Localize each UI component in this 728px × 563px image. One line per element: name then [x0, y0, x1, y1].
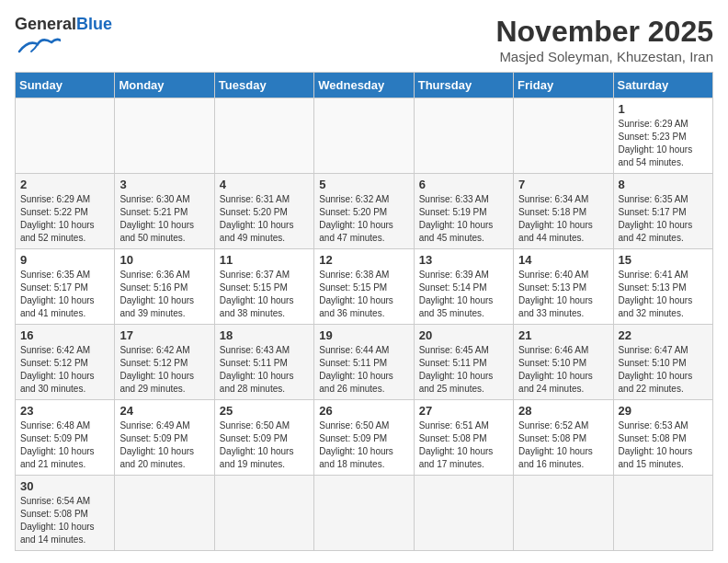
day-info: Sunrise: 6:43 AM Sunset: 5:11 PM Dayligh… — [220, 344, 309, 396]
day-info: Sunrise: 6:29 AM Sunset: 5:22 PM Dayligh… — [20, 193, 109, 245]
calendar-week-row: 16Sunrise: 6:42 AM Sunset: 5:12 PM Dayli… — [16, 325, 713, 400]
day-info: Sunrise: 6:49 AM Sunset: 5:09 PM Dayligh… — [119, 419, 209, 471]
calendar-cell: 27Sunrise: 6:51 AM Sunset: 5:08 PM Dayli… — [414, 400, 513, 476]
day-number: 23 — [20, 404, 109, 418]
calendar-cell: 6Sunrise: 6:33 AM Sunset: 5:19 PM Daylig… — [414, 174, 513, 249]
calendar-cell: 4Sunrise: 6:31 AM Sunset: 5:20 PM Daylig… — [214, 174, 313, 249]
day-info: Sunrise: 6:52 AM Sunset: 5:08 PM Dayligh… — [518, 419, 608, 471]
day-number: 9 — [20, 253, 109, 267]
day-info: Sunrise: 6:51 AM Sunset: 5:08 PM Dayligh… — [419, 419, 508, 471]
logo-blue: Blue — [76, 15, 112, 33]
calendar-cell — [115, 98, 214, 174]
calendar-week-row: 1Sunrise: 6:29 AM Sunset: 5:23 PM Daylig… — [16, 98, 713, 174]
weekday-header-monday: Monday — [115, 73, 214, 98]
calendar-cell: 29Sunrise: 6:53 AM Sunset: 5:08 PM Dayli… — [613, 400, 712, 476]
day-info: Sunrise: 6:39 AM Sunset: 5:14 PM Dayligh… — [419, 269, 508, 320]
title-area: November 2025 Masjed Soleyman, Khuzestan… — [495, 15, 713, 64]
calendar-cell: 7Sunrise: 6:34 AM Sunset: 5:18 PM Daylig… — [514, 174, 613, 249]
weekday-header-thursday: Thursday — [414, 73, 513, 98]
day-number: 10 — [119, 253, 209, 267]
day-info: Sunrise: 6:36 AM Sunset: 5:16 PM Dayligh… — [119, 269, 209, 320]
calendar-cell: 11Sunrise: 6:37 AM Sunset: 5:15 PM Dayli… — [214, 249, 313, 325]
day-number: 21 — [518, 328, 608, 342]
calendar-cell: 1Sunrise: 6:29 AM Sunset: 5:23 PM Daylig… — [613, 98, 712, 174]
day-number: 13 — [419, 253, 508, 267]
calendar-cell: 22Sunrise: 6:47 AM Sunset: 5:10 PM Dayli… — [613, 325, 712, 400]
day-number: 7 — [518, 178, 608, 191]
calendar-cell: 15Sunrise: 6:41 AM Sunset: 5:13 PM Dayli… — [613, 249, 712, 325]
calendar-cell — [314, 98, 414, 174]
day-number: 6 — [419, 178, 508, 191]
day-info: Sunrise: 6:45 AM Sunset: 5:11 PM Dayligh… — [419, 344, 508, 396]
day-number: 17 — [119, 328, 209, 342]
day-number: 11 — [220, 253, 309, 267]
calendar-cell — [613, 476, 712, 551]
day-info: Sunrise: 6:53 AM Sunset: 5:08 PM Dayligh… — [619, 419, 708, 471]
calendar-cell: 18Sunrise: 6:43 AM Sunset: 5:11 PM Dayli… — [214, 325, 313, 400]
calendar-week-row: 23Sunrise: 6:48 AM Sunset: 5:09 PM Dayli… — [16, 400, 713, 476]
day-number: 4 — [220, 178, 309, 191]
calendar-cell: 28Sunrise: 6:52 AM Sunset: 5:08 PM Dayli… — [514, 400, 613, 476]
calendar-cell: 16Sunrise: 6:42 AM Sunset: 5:12 PM Dayli… — [16, 325, 115, 400]
day-info: Sunrise: 6:32 AM Sunset: 5:20 PM Dayligh… — [319, 193, 408, 245]
calendar-cell: 5Sunrise: 6:32 AM Sunset: 5:20 PM Daylig… — [314, 174, 414, 249]
calendar-cell — [514, 98, 613, 174]
calendar-cell: 30Sunrise: 6:54 AM Sunset: 5:08 PM Dayli… — [16, 476, 115, 551]
weekday-header-saturday: Saturday — [613, 73, 712, 98]
day-info: Sunrise: 6:34 AM Sunset: 5:18 PM Dayligh… — [518, 193, 608, 245]
day-info: Sunrise: 6:42 AM Sunset: 5:12 PM Dayligh… — [119, 344, 209, 396]
day-number: 2 — [20, 178, 109, 191]
day-number: 1 — [619, 102, 708, 116]
calendar-cell — [514, 476, 613, 551]
day-number: 12 — [319, 253, 408, 267]
day-number: 18 — [220, 328, 309, 342]
calendar-body: 1Sunrise: 6:29 AM Sunset: 5:23 PM Daylig… — [16, 98, 713, 551]
calendar-week-row: 2Sunrise: 6:29 AM Sunset: 5:22 PM Daylig… — [16, 174, 713, 249]
calendar-cell: 17Sunrise: 6:42 AM Sunset: 5:12 PM Dayli… — [115, 325, 214, 400]
calendar-cell — [214, 98, 313, 174]
logo-general: General — [15, 15, 76, 33]
day-number: 20 — [419, 328, 508, 342]
day-number: 15 — [619, 253, 708, 267]
day-info: Sunrise: 6:37 AM Sunset: 5:15 PM Dayligh… — [220, 269, 309, 320]
day-number: 24 — [119, 404, 209, 418]
day-info: Sunrise: 6:47 AM Sunset: 5:10 PM Dayligh… — [619, 344, 708, 396]
calendar-cell — [414, 98, 513, 174]
day-number: 25 — [220, 404, 309, 418]
day-number: 30 — [20, 479, 109, 493]
day-info: Sunrise: 6:40 AM Sunset: 5:13 PM Dayligh… — [518, 269, 608, 320]
calendar-cell: 9Sunrise: 6:35 AM Sunset: 5:17 PM Daylig… — [16, 249, 115, 325]
calendar-week-row: 30Sunrise: 6:54 AM Sunset: 5:08 PM Dayli… — [16, 476, 713, 551]
calendar-cell: 25Sunrise: 6:50 AM Sunset: 5:09 PM Dayli… — [214, 400, 313, 476]
location-subtitle: Masjed Soleyman, Khuzestan, Iran — [495, 49, 713, 64]
weekday-header-row: SundayMondayTuesdayWednesdayThursdayFrid… — [16, 73, 713, 98]
calendar-cell: 12Sunrise: 6:38 AM Sunset: 5:15 PM Dayli… — [314, 249, 414, 325]
calendar-cell: 24Sunrise: 6:49 AM Sunset: 5:09 PM Dayli… — [115, 400, 214, 476]
logo-bird-icon — [15, 35, 61, 58]
day-info: Sunrise: 6:44 AM Sunset: 5:11 PM Dayligh… — [319, 344, 408, 396]
calendar-cell: 21Sunrise: 6:46 AM Sunset: 5:10 PM Dayli… — [514, 325, 613, 400]
calendar-cell: 3Sunrise: 6:30 AM Sunset: 5:21 PM Daylig… — [115, 174, 214, 249]
day-number: 28 — [518, 404, 608, 418]
calendar-cell: 26Sunrise: 6:50 AM Sunset: 5:09 PM Dayli… — [314, 400, 414, 476]
day-info: Sunrise: 6:42 AM Sunset: 5:12 PM Dayligh… — [20, 344, 109, 396]
day-number: 29 — [619, 404, 708, 418]
day-info: Sunrise: 6:46 AM Sunset: 5:10 PM Dayligh… — [518, 344, 608, 396]
calendar-table: SundayMondayTuesdayWednesdayThursdayFrid… — [15, 72, 713, 551]
day-number: 26 — [319, 404, 408, 418]
calendar-cell: 10Sunrise: 6:36 AM Sunset: 5:16 PM Dayli… — [115, 249, 214, 325]
day-info: Sunrise: 6:48 AM Sunset: 5:09 PM Dayligh… — [20, 419, 109, 471]
day-number: 3 — [119, 178, 209, 191]
day-info: Sunrise: 6:30 AM Sunset: 5:21 PM Dayligh… — [119, 193, 209, 245]
weekday-header-wednesday: Wednesday — [314, 73, 414, 98]
day-info: Sunrise: 6:33 AM Sunset: 5:19 PM Dayligh… — [419, 193, 508, 245]
calendar-cell: 8Sunrise: 6:35 AM Sunset: 5:17 PM Daylig… — [613, 174, 712, 249]
weekday-header-sunday: Sunday — [16, 73, 115, 98]
calendar-cell — [115, 476, 214, 551]
day-number: 19 — [319, 328, 408, 342]
day-info: Sunrise: 6:29 AM Sunset: 5:23 PM Dayligh… — [619, 118, 708, 169]
day-number: 16 — [20, 328, 109, 342]
calendar-cell — [414, 476, 513, 551]
calendar-cell: 2Sunrise: 6:29 AM Sunset: 5:22 PM Daylig… — [16, 174, 115, 249]
calendar-cell — [214, 476, 313, 551]
